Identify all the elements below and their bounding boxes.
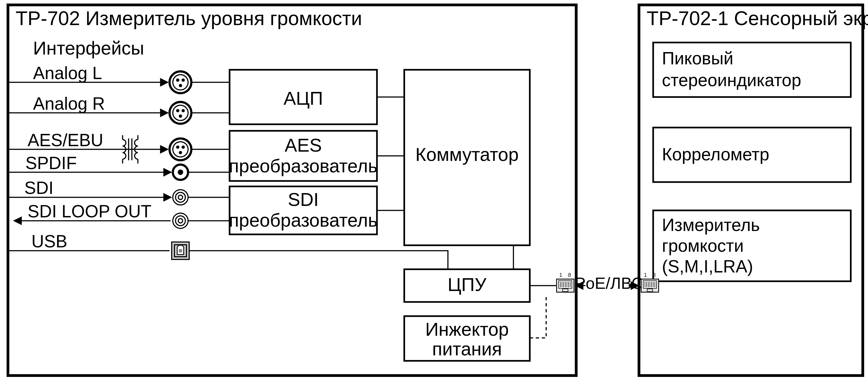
rca-icon (173, 165, 188, 180)
xlr-icon (169, 102, 191, 124)
rj45-pin8: 8 (568, 272, 571, 278)
block-aes-conv: AES преобразователь (229, 131, 378, 181)
label-sdi-loop: SDI LOOP OUT (28, 202, 152, 221)
xlr-icon (169, 71, 191, 93)
rj45-icon (641, 279, 658, 292)
block-loudness: Измеритель громкости (S,M,I,LRA) (653, 210, 850, 281)
tp702-1-title: TP-702-1 Сенсорный экран (647, 7, 868, 29)
bnc-icon (173, 190, 188, 205)
bnc-icon (173, 213, 188, 228)
label-aes-ebu: AES/EBU (28, 130, 103, 150)
block-cpu: ЦПУ (404, 269, 530, 302)
block-adc-label: АЦП (283, 88, 323, 109)
rj45-pin1: 1 (644, 272, 647, 278)
tp702-title: TP-702 Измеритель уровня громкости (16, 7, 362, 29)
label-spdif: SPDIF (25, 153, 77, 173)
block-peak-l2: стереоиндикатор (662, 70, 801, 90)
block-aes-conv-l2: преобразователь (229, 155, 378, 176)
poe-link-label: PoE/ЛВС (575, 274, 643, 292)
block-aes-conv-l1: AES (285, 135, 322, 155)
xlr-icon (169, 139, 191, 160)
interfaces-heading: Интерфейсы (33, 38, 144, 58)
usb-icon (172, 242, 189, 259)
block-sdi-conv: SDI преобразователь (229, 186, 378, 235)
rj45-pin8: 8 (652, 272, 655, 278)
label-sdi: SDI (24, 178, 54, 198)
block-correlometer: Коррелометр (653, 128, 850, 182)
block-loud-l2: громкости (662, 236, 744, 255)
block-sdi-conv-l1: SDI (288, 189, 319, 210)
block-peak-indicator: Пиковый стереоиндикатор (653, 42, 850, 97)
block-loud-l1: Измеритель (662, 215, 760, 235)
rj45-pin1: 1 (559, 272, 562, 278)
block-diagram: TP-702 Измеритель уровня громкости Интер… (0, 0, 868, 381)
block-loud-l3: (S,M,I,LRA) (662, 256, 753, 276)
block-switch-label: Коммутатор (415, 144, 519, 165)
poe-link: PoE/ЛВС (575, 274, 643, 292)
block-sdi-conv-l2: преобразователь (229, 210, 378, 231)
label-analog-l: Analog L (33, 63, 102, 83)
block-switch: Коммутатор (404, 70, 530, 245)
label-usb: USB (31, 232, 67, 251)
rj45-icon (557, 279, 574, 292)
block-injector: Инжектор питания (404, 316, 530, 361)
block-adc: АЦП (230, 70, 377, 125)
block-injector-l2: питания (432, 339, 502, 359)
block-correlometer-label: Коррелометр (662, 144, 769, 164)
label-analog-r: Analog R (33, 94, 105, 113)
block-peak-l1: Пиковый (662, 48, 733, 68)
unit-tp702: TP-702 Измеритель уровня громкости Интер… (8, 5, 576, 376)
block-injector-l1: Инжектор (425, 319, 509, 340)
block-cpu-label: ЦПУ (448, 274, 487, 295)
unit-tp702-1: TP-702-1 Сенсорный экран Пиковый стереои… (639, 5, 868, 376)
